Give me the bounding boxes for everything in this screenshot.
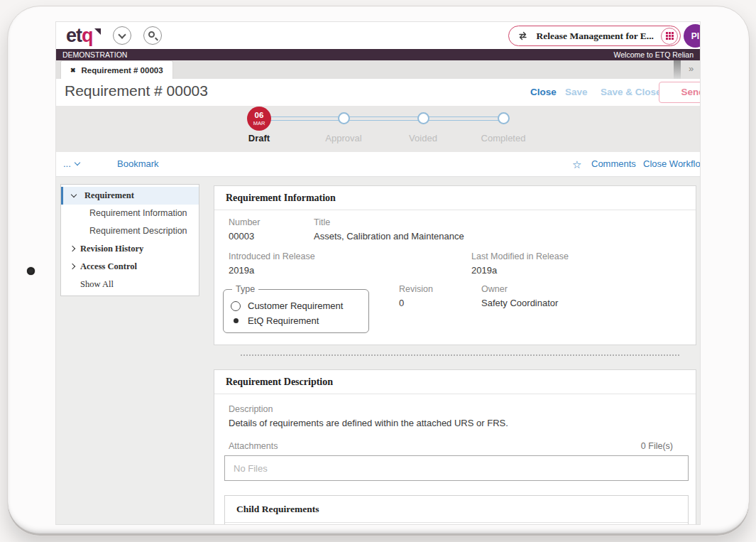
document-toolbar: ... Bookmark ☆ Comments Close Workflow — [56, 152, 700, 177]
chevron-down-icon — [118, 31, 126, 38]
field-owner: Owner Safety Coordinator — [481, 284, 558, 333]
save-button[interactable]: Save — [565, 87, 588, 97]
content-area: Requirement Requirement Information Requ… — [56, 177, 700, 524]
field-value: 0 — [399, 298, 453, 308]
tree-item-requirement[interactable]: Requirement — [61, 187, 199, 205]
form-main-column: Requirement Information Number 00003 Tit… — [214, 185, 696, 524]
requirement-description-panel: Requirement Description Description Deta… — [214, 369, 696, 524]
tree-item-requirement-description[interactable]: Requirement Description — [61, 222, 199, 240]
tab-overflow-chevrons-icon[interactable]: » — [689, 63, 694, 74]
search-button[interactable] — [143, 26, 162, 45]
step-label-approval: Approval — [301, 133, 386, 143]
tree-item-show-all[interactable]: Show All — [61, 276, 199, 293]
field-value: Assets, Calibration and Maintenance — [314, 231, 464, 242]
attachments-header-row: Attachments 0 File(s) — [229, 441, 681, 451]
step-label-completed: Completed — [461, 133, 546, 143]
step-completed[interactable]: Completed — [461, 106, 546, 143]
field-title: Title Assets, Calibration and Maintenanc… — [314, 217, 464, 242]
field-label: Introduced in Release — [229, 251, 471, 261]
step-draft[interactable]: 06 MAR Draft — [217, 106, 302, 143]
field-value: 2019a — [229, 265, 471, 276]
bookmark-button[interactable]: Bookmark — [117, 158, 159, 169]
section-separator — [241, 354, 679, 356]
step-approval[interactable]: Approval — [301, 106, 386, 143]
send-button[interactable]: Send — [659, 82, 700, 103]
comments-button[interactable]: Comments — [591, 158, 636, 169]
radio-label: Customer Requirement — [248, 300, 343, 311]
more-menu-button[interactable]: ... — [63, 158, 80, 169]
tab-scrollbar-thumb[interactable] — [674, 60, 681, 79]
field-last-modified-in-release: Last Modified in Release 2019a — [471, 251, 569, 276]
logo-text-primary: et — [66, 26, 82, 45]
tree-item-requirement-information[interactable]: Requirement Information — [61, 205, 199, 222]
requirement-information-panel: Requirement Information Number 00003 Tit… — [214, 185, 696, 345]
tab-label: Requirement # 00003 — [82, 66, 163, 75]
close-button[interactable]: Close — [530, 87, 557, 97]
draft-date-badge: 06 MAR — [247, 107, 271, 131]
field-label: Owner — [481, 284, 558, 294]
step-circle-icon — [417, 112, 429, 124]
field-number: Number 00003 — [229, 217, 314, 242]
type-legend: Type — [232, 284, 258, 294]
attachments-count: 0 File(s) — [641, 441, 673, 451]
workflow-stepper: 06 MAR Draft Approval Voided Completed — [56, 106, 700, 152]
attachments-placeholder: No Files — [234, 463, 268, 474]
field-value: Details of requirements are defined with… — [229, 418, 681, 428]
star-icon[interactable]: ☆ — [572, 158, 581, 171]
radio-checked-icon — [231, 316, 241, 326]
user-avatar[interactable]: PI — [684, 24, 700, 48]
field-label: Last Modified in Release — [471, 251, 569, 261]
step-voided[interactable]: Voided — [380, 106, 466, 143]
tree-item-access-control[interactable]: Access Control — [61, 258, 199, 276]
tree-item-label: Revision History — [80, 240, 143, 258]
sync-icon — [517, 31, 528, 40]
type-fieldset: Type Customer Requirement EtQ Requiremen… — [223, 284, 369, 333]
app-screen: etq Release Management for E... — [56, 22, 700, 524]
apps-grid-icon — [666, 32, 674, 40]
radio-label: EtQ Requirement — [248, 315, 319, 326]
radio-unchecked-icon — [231, 301, 241, 311]
save-and-close-button[interactable]: Save & Close — [601, 87, 662, 97]
tree-item-label: Requirement Description — [89, 222, 187, 240]
radio-etq-requirement[interactable]: EtQ Requirement — [231, 315, 361, 326]
radio-customer-requirement[interactable]: Customer Requirement — [231, 300, 361, 311]
field-value: 00003 — [229, 231, 314, 242]
tab-requirement-00003[interactable]: ✖ Requirement # 00003 — [60, 60, 173, 79]
field-revision: Revision 0 — [399, 284, 453, 333]
tab-strip: ✖ Requirement # 00003 » — [56, 60, 700, 79]
field-label: Revision — [399, 284, 453, 294]
ellipsis-icon: ... — [63, 158, 71, 169]
tablet-frame: etq Release Management for E... — [7, 6, 750, 536]
tree-item-revision-history[interactable]: Revision History — [61, 240, 199, 258]
chevron-down-icon — [71, 192, 77, 197]
banner-left-text: DEMONSTRATION — [62, 50, 127, 59]
field-value: 2019a — [471, 265, 569, 276]
panel-title: Requirement Description — [214, 370, 696, 394]
step-label-voided: Voided — [380, 133, 466, 143]
tree-item-label: Access Control — [80, 258, 137, 276]
chevron-right-icon — [70, 246, 75, 251]
field-label: Description — [229, 404, 681, 414]
step-label-draft: Draft — [217, 133, 302, 143]
demonstration-banner: DEMONSTRATION Welcome to ETQ Relian — [56, 49, 700, 60]
tab-close-icon[interactable]: ✖ — [70, 67, 76, 74]
tree-item-label: Requirement Information — [89, 205, 187, 222]
search-icon — [148, 31, 155, 38]
badge-day: 06 — [255, 112, 264, 120]
banner-welcome-text: Welcome to ETQ Relian — [614, 50, 694, 59]
tree-item-label: Requirement — [84, 187, 134, 205]
attachments-dropzone[interactable]: No Files — [224, 455, 689, 481]
etq-logo: etq — [66, 26, 101, 45]
apps-grid-button[interactable] — [661, 28, 678, 45]
close-workflow-button[interactable]: Close Workflow — [643, 158, 700, 169]
application-switcher-button[interactable]: Release Management for E... — [508, 26, 681, 46]
application-switcher-label: Release Management for E... — [537, 31, 654, 42]
nav-dropdown-button[interactable] — [113, 26, 131, 45]
field-value: Safety Coordinator — [481, 298, 558, 308]
camera-dot — [27, 267, 35, 275]
badge-month: MAR — [253, 121, 265, 126]
child-requirements-title: Child Requirements — [225, 496, 688, 523]
logo-text-accent: q — [82, 26, 93, 45]
field-label: Title — [314, 217, 464, 227]
child-requirements-panel: Child Requirements — [224, 495, 689, 524]
